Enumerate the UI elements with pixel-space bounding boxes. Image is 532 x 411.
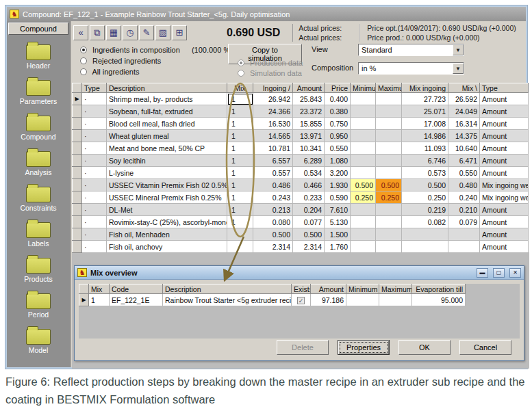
mix-ingoing-cell[interactable]: 0.082 bbox=[402, 216, 448, 228]
ingoing-cell[interactable]: 16.530 bbox=[253, 118, 293, 130]
minimum-cell[interactable] bbox=[351, 118, 376, 130]
result-type-cell[interactable]: Amount bbox=[480, 204, 529, 216]
row-selector[interactable] bbox=[73, 191, 82, 204]
table-row[interactable]: · L-lysine 1 0.557 0.534 3.200 0.573 0.5… bbox=[73, 167, 529, 179]
table-row[interactable]: · Rovimix-stay-C (25%), ascorbyl-monopho… bbox=[73, 216, 529, 228]
mix-weight-cell[interactable] bbox=[448, 241, 480, 253]
price-cell[interactable]: 1.080 bbox=[325, 155, 351, 167]
description-cell[interactable]: Rainbow Trout Starter <5g extruder recip… bbox=[163, 294, 292, 306]
maximum-cell[interactable] bbox=[379, 294, 412, 306]
price-cell[interactable]: 0.550 bbox=[325, 142, 351, 155]
maximum-cell[interactable] bbox=[376, 241, 402, 253]
row-selector[interactable] bbox=[73, 228, 82, 241]
sidebar-item-constraints[interactable]: Constraints bbox=[8, 183, 68, 212]
column-header[interactable]: Type bbox=[82, 83, 107, 93]
result-type-cell[interactable]: Amount bbox=[480, 155, 529, 167]
column-header[interactable]: Code bbox=[110, 284, 163, 294]
description-cell[interactable]: Soybean, full-fat, extruded bbox=[107, 105, 227, 118]
type-cell[interactable]: · bbox=[82, 155, 107, 167]
maximum-cell[interactable] bbox=[376, 142, 402, 155]
minimize-button[interactable]: ▬ bbox=[477, 268, 488, 278]
sidebar-item-analysis[interactable]: Analysis bbox=[8, 147, 68, 176]
description-cell[interactable]: Rovimix-stay-C (25%), ascorbyl-monophosp… bbox=[107, 216, 227, 228]
properties-button[interactable]: Properties bbox=[338, 340, 390, 355]
row-selector[interactable] bbox=[73, 142, 82, 155]
mix-cell[interactable] bbox=[227, 228, 253, 241]
maximum-cell[interactable] bbox=[376, 204, 402, 216]
column-header[interactable]: Exists bbox=[292, 284, 311, 294]
ingoing-cell[interactable]: 0.557 bbox=[253, 167, 293, 179]
composition-dropdown[interactable]: in % ▼ bbox=[358, 62, 464, 75]
row-selector[interactable] bbox=[73, 241, 82, 253]
maximum-cell[interactable] bbox=[376, 93, 402, 105]
maximum-cell[interactable] bbox=[376, 228, 402, 241]
radio-simulation-icon[interactable] bbox=[238, 70, 244, 77]
type-cell[interactable]: · bbox=[82, 142, 107, 155]
price-cell[interactable]: 3.200 bbox=[325, 167, 351, 179]
type-cell[interactable]: · bbox=[82, 228, 107, 241]
column-header[interactable]: Type bbox=[480, 83, 529, 93]
amount-cell[interactable]: 13.971 bbox=[293, 130, 325, 142]
delete-button[interactable]: Delete bbox=[277, 340, 329, 355]
result-type-cell[interactable]: Amount bbox=[480, 118, 529, 130]
mix-ingoing-cell[interactable]: 0.219 bbox=[402, 204, 448, 216]
mix-ingoing-cell[interactable]: 25.071 bbox=[402, 105, 448, 118]
table-row[interactable]: ▶ · Shrimp meal, by- products 1 26.942 2… bbox=[73, 93, 529, 105]
amount-cell[interactable]: 25.843 bbox=[293, 93, 325, 105]
amount-cell[interactable]: 23.372 bbox=[293, 105, 325, 118]
matrix-edit-icon[interactable]: ▨ bbox=[155, 25, 170, 40]
amount-cell[interactable]: 0.534 bbox=[293, 167, 325, 179]
amount-cell[interactable]: 0.077 bbox=[293, 216, 325, 228]
column-header[interactable]: Mix bbox=[89, 284, 110, 294]
mix-weight-cell[interactable]: 0.550 bbox=[448, 167, 480, 179]
minimum-cell[interactable] bbox=[351, 241, 376, 253]
ingoing-cell[interactable]: 26.942 bbox=[253, 93, 293, 105]
view-dropdown[interactable]: Standard ▼ bbox=[358, 44, 464, 56]
column-header[interactable]: Minimum bbox=[346, 284, 379, 294]
sidebar-item-header[interactable]: Header bbox=[8, 40, 68, 70]
type-cell[interactable]: · bbox=[82, 118, 107, 130]
mix-weight-cell[interactable]: 26.592 bbox=[448, 93, 480, 105]
column-header[interactable]: Ingoing / bbox=[253, 83, 293, 93]
price-cell[interactable]: 5.130 bbox=[325, 216, 351, 228]
ingoing-cell[interactable]: 2.314 bbox=[253, 241, 293, 253]
mix-weight-cell[interactable]: 16.314 bbox=[448, 118, 480, 130]
sidebar-item-labels[interactable]: Labels bbox=[8, 218, 68, 248]
maximum-cell[interactable] bbox=[376, 155, 402, 167]
price-cell[interactable]: 7.610 bbox=[325, 204, 351, 216]
minimum-cell[interactable] bbox=[351, 167, 376, 179]
mix-weight-cell[interactable]: 6.471 bbox=[448, 155, 480, 167]
price-cell[interactable]: 0.400 bbox=[325, 93, 351, 105]
amount-cell[interactable]: 10.341 bbox=[293, 142, 325, 155]
result-type-cell[interactable]: Amount bbox=[480, 228, 529, 241]
mix-cell[interactable] bbox=[227, 241, 253, 253]
amount-cell[interactable]: 97.186 bbox=[311, 294, 346, 306]
radio-all-icon[interactable] bbox=[80, 68, 87, 75]
table-row[interactable]: · USSEC Vitamin Premix Fish 02 0.5% 1 0.… bbox=[73, 179, 529, 191]
table-row[interactable]: · Soybean, full-fat, extruded 1 24.366 2… bbox=[73, 105, 529, 118]
description-cell[interactable]: DL-Met bbox=[107, 204, 227, 216]
table-row[interactable]: · Meat and bone meal, 50% CP 1 10.781 10… bbox=[73, 142, 529, 155]
mix-weight-cell[interactable]: 10.640 bbox=[448, 142, 480, 155]
result-type-cell[interactable]: Amount bbox=[480, 167, 529, 179]
table-row[interactable]: · Blood cell meal, flash dried 1 16.530 … bbox=[73, 118, 529, 130]
mix-weight-cell[interactable]: 24.049 bbox=[448, 105, 480, 118]
mix-cell[interactable]: 1 bbox=[227, 93, 253, 105]
radio-simulation-data[interactable]: Simulation data bbox=[238, 69, 302, 77]
description-cell[interactable]: Meat and bone meal, 50% CP bbox=[107, 142, 227, 155]
ingoing-cell[interactable]: 6.557 bbox=[253, 155, 293, 167]
amount-cell[interactable]: 15.855 bbox=[293, 118, 325, 130]
radio-production-data[interactable]: Production data bbox=[238, 59, 303, 67]
evaporation-cell[interactable]: 95.000 bbox=[412, 294, 466, 306]
row-selector[interactable]: ▶ bbox=[79, 294, 89, 306]
exists-checkbox[interactable]: ✓ bbox=[297, 297, 305, 304]
description-cell[interactable]: Wheat gluten meal bbox=[107, 130, 227, 142]
chevron-down-icon[interactable]: ▼ bbox=[453, 63, 464, 74]
optimise-icon[interactable]: ◷ bbox=[123, 25, 138, 40]
description-cell[interactable]: USSEC Mineral Premix Fish 0.25% bbox=[107, 191, 227, 204]
description-cell[interactable]: L-lysine bbox=[107, 167, 227, 179]
result-type-cell[interactable]: Amount bbox=[480, 105, 529, 118]
ingoing-cell[interactable]: 0.486 bbox=[253, 179, 293, 191]
mix-ingoing-cell[interactable]: 11.093 bbox=[402, 142, 448, 155]
mix-ingoing-cell[interactable]: 0.573 bbox=[402, 167, 448, 179]
